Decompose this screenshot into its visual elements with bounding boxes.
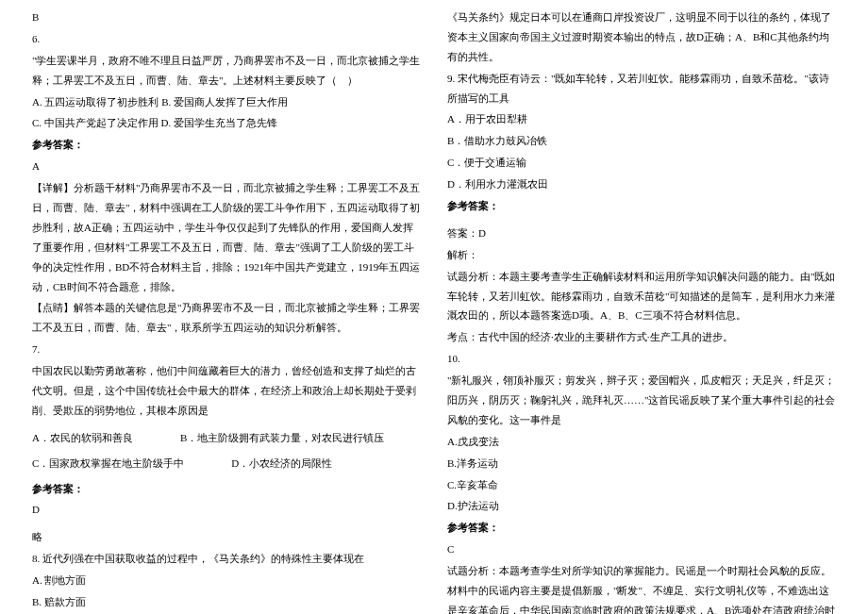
- q7-answer: D: [32, 500, 421, 520]
- q7-opt-d: D．小农经济的局限性: [231, 454, 332, 473]
- q9-explain-title: 解析：: [447, 245, 836, 265]
- q6-opt-ab: A. 五四运动取得了初步胜利 B. 爱国商人发挥了巨大作用: [32, 92, 421, 112]
- q7-opt-b: B．地主阶级拥有武装力量，对农民进行镇压: [180, 428, 384, 448]
- q7-opt-c: C．国家政权掌握在地主阶级手中: [32, 454, 184, 473]
- q10-opt-b: B.洋务运动: [447, 454, 836, 473]
- q6-explain-1: 【详解】分析题干材料"乃商界罢市不及一日，而北京被捕之学生释；工界罢工不及五日，…: [32, 178, 421, 296]
- q9-answer: 答案：D: [447, 224, 836, 243]
- q10-opt-d: D.护法运动: [447, 496, 836, 516]
- q9-opt-a: A．用于农田犁耕: [447, 109, 836, 129]
- q8-explain: 《马关条约》规定日本可以在通商口岸投资设厂，这明显不同于以往的条约，体现了资本主…: [447, 8, 836, 67]
- reference-label: 参考答案：: [447, 518, 836, 538]
- q9-point: 考点：古代中国的经济·农业的主要耕作方式·生产工具的进步。: [447, 327, 836, 347]
- q7-num: 7.: [32, 340, 421, 359]
- q9-opt-d: D．利用水力灌溉农田: [447, 174, 836, 194]
- q7-note: 略: [32, 527, 421, 547]
- q10-text: "新礼服兴，翎顶补服灭；剪发兴，辫子灭；爱国帽兴，瓜皮帽灭；天足兴，纤足灭；阳历…: [447, 371, 836, 430]
- q8-opt-b: B. 赔款方面: [32, 592, 421, 612]
- left-column: B 6. "学生罢课半月，政府不唯不理且日益严厉，乃商界罢市不及一日，而北京被捕…: [19, 8, 434, 606]
- reference-label: 参考答案：: [32, 135, 421, 155]
- q7-opt-a: A．农民的软弱和善良: [32, 428, 133, 448]
- reference-label: 参考答案：: [447, 196, 836, 216]
- answer-b: B: [32, 8, 421, 27]
- q8-text: 8. 近代列强在中国获取收益的过程中，《马关条约》的特殊性主要体现在: [32, 549, 421, 569]
- q10-opt-a: A.戊戌变法: [447, 432, 836, 452]
- q10-explain: 试题分析：本题考查学生对所学知识的掌握能力。民谣是一个时期社会风貌的反应。材料中…: [447, 561, 836, 614]
- q8-opt-a: A. 割地方面: [32, 571, 421, 590]
- q9-text: 9. 宋代梅尧臣有诗云："既如车轮转，又若川虹饮。能移霖雨功，自致禾苗稔。"该诗…: [447, 69, 836, 108]
- q6-num: 6.: [32, 29, 421, 49]
- q9-opt-b: B．借助水力鼓风冶铁: [447, 131, 836, 151]
- q6-answer: A: [32, 157, 421, 176]
- q6-opt-cd: C. 中国共产党起了决定作用 D. 爱国学生充当了急先锋: [32, 113, 421, 133]
- right-column: 《马关条约》规定日本可以在通商口岸投资设厂，这明显不同于以往的条约，体现了资本主…: [434, 8, 849, 606]
- reference-label: 参考答案：: [32, 479, 421, 499]
- q7-text: 中国农民以勤劳勇敢著称，他们中间蕴藏着巨大的潜力，曾经创造和支撑了灿烂的古代文明…: [32, 361, 421, 421]
- q6-text: "学生罢课半月，政府不唯不理且日益严厉，乃商界罢市不及一日，而北京被捕之学生释；…: [32, 51, 421, 91]
- q6-explain-2: 【点睛】解答本题的关键信息是"乃商界罢市不及一日，而北京被捕之学生释；工界罢工不…: [32, 298, 421, 338]
- q10-answer: C: [447, 539, 836, 559]
- q10-num: 10.: [447, 349, 836, 369]
- q10-opt-c: C.辛亥革命: [447, 475, 836, 495]
- q9-explain: 试题分析：本题主要考查学生正确解读材料和运用所学知识解决问题的能力。由"既如车轮…: [447, 267, 836, 326]
- q9-opt-c: C．便于交通运输: [447, 153, 836, 173]
